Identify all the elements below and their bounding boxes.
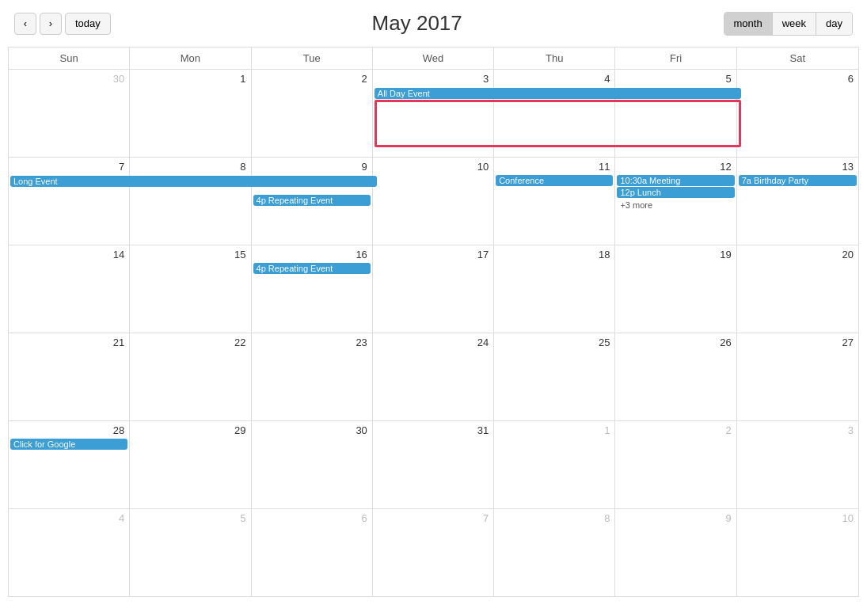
day-number: 5 (131, 511, 249, 526)
day-cell-may9[interactable]: 9 4p Repeating Event (252, 158, 373, 245)
day-cell-jun7[interactable]: 7 (373, 509, 494, 596)
day-number: 2 (253, 71, 371, 86)
day-cell-may8[interactable]: 8 (130, 158, 251, 245)
long-event-bar[interactable]: Long Event (10, 175, 377, 188)
day-number: 15 (131, 247, 249, 262)
day-cell-apr30[interactable]: 30 (9, 70, 130, 157)
day-cell-may17[interactable]: 17 (373, 245, 494, 333)
day-cell-may25[interactable]: 25 (494, 333, 615, 420)
day-cell-may11[interactable]: 11 Conference (494, 158, 615, 245)
day-cell-may23[interactable]: 23 (252, 333, 373, 420)
week-row-1: 7 Long Event 8 9 4p Repeating Event 10 (9, 158, 858, 245)
day-headers-row: Sun Mon Tue Wed Thu Fri Sat (9, 48, 858, 70)
day-number: 10 (739, 511, 857, 526)
day-cell-may22[interactable]: 22 (130, 333, 251, 420)
day-cell-may14[interactable]: 14 (9, 245, 130, 333)
day-number: 24 (375, 335, 492, 350)
day-cell-may20[interactable]: 20 (737, 245, 858, 333)
day-cell-may10[interactable]: 10 (373, 158, 494, 245)
day-number: 27 (739, 335, 857, 350)
day-cell-jun10[interactable]: 10 (737, 509, 858, 596)
calendar-grid: Sun Mon Tue Wed Thu Fri Sat 30 1 (8, 47, 859, 597)
day-cell-may1[interactable]: 1 (130, 70, 251, 157)
day-cell-may16[interactable]: 16 4p Repeating Event (252, 245, 373, 333)
day-number: 30 (253, 423, 371, 438)
day-cell-may6[interactable]: 6 (737, 70, 858, 157)
weeks-container: 30 1 2 3 All Day Event (9, 70, 858, 596)
day-number: 31 (375, 423, 492, 438)
day-cell-jun2[interactable]: 2 (615, 421, 736, 508)
week-row-5: 4 5 6 7 8 9 10 (9, 509, 858, 596)
month-view-button[interactable]: month (724, 13, 773, 35)
day-number: 25 (496, 335, 613, 350)
day-number: 28 (10, 423, 127, 438)
day-cell-may4[interactable]: 4 (494, 70, 615, 157)
next-button[interactable]: › (40, 13, 62, 35)
today-button[interactable]: today (65, 13, 111, 35)
day-number: 8 (131, 159, 249, 174)
day-cell-may28[interactable]: 28 Click for Google (9, 421, 130, 508)
day-cell-jun1[interactable]: 1 (494, 421, 615, 508)
birthday-event[interactable]: 7a Birthday Party (739, 175, 857, 186)
calendar-title: May 2017 (372, 11, 462, 36)
long-event-label[interactable]: Long Event (10, 176, 377, 187)
day-header-sun: Sun (9, 48, 130, 69)
day-cell-may5[interactable]: 5 (615, 70, 736, 157)
day-cell-jun6[interactable]: 6 (252, 509, 373, 596)
all-day-event-bar[interactable]: All Day Event (375, 87, 741, 100)
nav-controls: ‹ › today (14, 13, 111, 35)
day-header-wed: Wed (373, 48, 494, 69)
day-cell-may21[interactable]: 21 (9, 333, 130, 420)
day-cell-jun4[interactable]: 4 (9, 509, 130, 596)
day-number: 23 (253, 335, 371, 350)
conference-event[interactable]: Conference (496, 175, 613, 186)
day-number: 29 (131, 423, 249, 438)
day-cell-may2[interactable]: 2 (252, 70, 373, 157)
day-number: 6 (253, 511, 371, 526)
day-cell-jun3[interactable]: 3 (737, 421, 858, 508)
day-header-fri: Fri (615, 48, 736, 69)
day-number: 10 (375, 159, 492, 174)
google-event[interactable]: Click for Google (10, 439, 127, 450)
day-view-button[interactable]: day (816, 13, 852, 35)
day-cell-may27[interactable]: 27 (737, 333, 858, 420)
lunch-event[interactable]: 12p Lunch (617, 187, 734, 198)
day-cell-may15[interactable]: 15 (130, 245, 251, 333)
day-header-mon: Mon (130, 48, 251, 69)
day-cell-may13[interactable]: 13 7a Birthday Party (737, 158, 858, 245)
day-cell-may29[interactable]: 29 (130, 421, 251, 508)
more-events-link[interactable]: +3 more (617, 200, 656, 211)
day-number: 1 (131, 71, 249, 86)
day-number: 17 (375, 247, 492, 262)
week-row-3: 21 22 23 24 25 26 27 (9, 333, 858, 421)
day-cell-may3[interactable]: 3 All Day Event (373, 70, 494, 157)
day-cell-may19[interactable]: 19 (615, 245, 736, 333)
day-cell-jun5[interactable]: 5 (130, 509, 251, 596)
day-number: 7 (375, 511, 492, 526)
day-cell-may26[interactable]: 26 (615, 333, 736, 420)
calendar-header: ‹ › today May 2017 month week day (8, 8, 859, 39)
prev-button[interactable]: ‹ (14, 13, 36, 35)
day-cell-may12[interactable]: 12 10:30a Meeting 12p Lunch +3 more (615, 158, 736, 245)
day-number: 2 (617, 423, 734, 438)
repeating-event-may16[interactable]: 4p Repeating Event (253, 263, 371, 274)
week-view-button[interactable]: week (773, 13, 816, 35)
repeating-event-may9[interactable]: 4p Repeating Event (253, 195, 371, 206)
day-number: 12 (617, 159, 734, 174)
day-cell-may24[interactable]: 24 (373, 333, 494, 420)
day-cell-may7[interactable]: 7 Long Event (9, 158, 130, 245)
day-cell-jun9[interactable]: 9 (615, 509, 736, 596)
day-cell-may31[interactable]: 31 (373, 421, 494, 508)
day-cell-may30[interactable]: 30 (252, 421, 373, 508)
day-number: 11 (496, 159, 613, 174)
day-header-thu: Thu (494, 48, 615, 69)
day-number: 5 (617, 71, 734, 86)
day-number: 4 (10, 511, 127, 526)
day-cell-may18[interactable]: 18 (494, 245, 615, 333)
day-cell-jun8[interactable]: 8 (494, 509, 615, 596)
all-day-event-label[interactable]: All Day Event (375, 88, 741, 99)
day-number: 26 (617, 335, 734, 350)
day-number: 21 (10, 335, 127, 350)
day-number: 4 (496, 71, 613, 86)
meeting-event[interactable]: 10:30a Meeting (617, 175, 734, 186)
